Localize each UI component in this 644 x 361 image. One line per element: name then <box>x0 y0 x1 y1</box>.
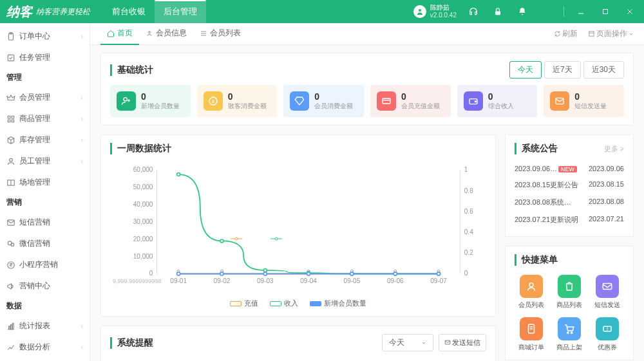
chevron-right-icon: › <box>81 322 83 329</box>
svg-point-78 <box>177 173 180 176</box>
range-7d[interactable]: 近7天 <box>544 61 581 79</box>
range-30d[interactable]: 近30天 <box>583 61 624 79</box>
announcement-item[interactable]: 2023.08.15更新公告2023.08.15 <box>515 176 624 194</box>
svg-rect-29 <box>589 32 594 36</box>
stat-label: 散客消费金额 <box>228 102 267 111</box>
sidebar-item[interactable]: 场地管理 <box>0 172 90 193</box>
stat-value: 0 <box>401 91 440 102</box>
svg-text:09-04: 09-04 <box>300 277 317 284</box>
quick-menu-grid: 会员列表商品列表短信发送商城订单商品上架优惠券 <box>515 272 624 352</box>
stat-card: 0综合收入 <box>457 85 538 117</box>
svg-text:09-06: 09-06 <box>387 277 404 284</box>
svg-point-31 <box>124 98 127 101</box>
sidebar-item[interactable]: 任务管理 <box>0 47 90 68</box>
grid-icon <box>6 115 15 124</box>
box-icon <box>6 136 15 145</box>
quick-item[interactable]: 短信发送 <box>591 275 624 310</box>
sidebar-group: 数据 <box>0 297 90 315</box>
tab-home[interactable]: 首页 <box>100 23 139 45</box>
sys-notice-title: 系统提醒 <box>110 337 153 349</box>
download-icon[interactable] <box>539 4 554 19</box>
ticket-icon <box>596 317 619 340</box>
quick-item[interactable]: 商品上架 <box>553 317 585 352</box>
chevron-right-icon: › <box>81 94 83 101</box>
sidebar-item[interactable]: 小程序营销 <box>0 254 90 275</box>
megaphone-icon <box>6 282 15 291</box>
announcement-item[interactable]: 2023.09.06…NEW2023.09.06 <box>515 161 624 176</box>
main-area: 首页 会员信息 会员列表 刷新 页面操作 <box>90 23 644 361</box>
stat-card: 0新增会员数量 <box>110 85 191 117</box>
main-scroll[interactable]: 基础统计 今天 近7天 近30天 0新增会员数量$0散客消费金额0会员消费金额0… <box>90 45 644 361</box>
refresh-button[interactable]: 刷新 <box>554 28 578 39</box>
page-ops-button[interactable]: 页面操作 <box>588 28 634 39</box>
headset-icon[interactable] <box>466 4 481 19</box>
chevron-down-icon <box>629 32 634 37</box>
bell-icon[interactable] <box>515 4 530 19</box>
sidebar-item[interactable]: 短信营销 <box>0 212 90 233</box>
svg-rect-23 <box>12 323 14 329</box>
svg-rect-9 <box>8 116 10 118</box>
coin-icon: $ <box>204 91 223 111</box>
send-sms-button[interactable]: 发送短信 <box>439 334 486 351</box>
sidebar-item-label: 任务管理 <box>19 52 50 63</box>
sidebar-item[interactable]: 库存管理› <box>0 129 90 151</box>
stat-label: 短信发送量 <box>574 102 607 111</box>
quick-item[interactable]: 商城订单 <box>515 317 547 352</box>
announcement-more[interactable]: 更多 > <box>604 144 624 154</box>
svg-point-97 <box>529 283 533 287</box>
sidebar-group: 系统 <box>0 358 90 361</box>
svg-point-86 <box>220 272 223 275</box>
sidebar-item[interactable]: 员工管理› <box>0 151 90 172</box>
lock-icon[interactable] <box>490 4 506 19</box>
topnav-front[interactable]: 前台收银 <box>103 0 155 23</box>
sys-notice-range-select[interactable]: 今天 <box>382 334 433 351</box>
wechat-icon <box>6 239 15 248</box>
sidebar-item-label: 小程序营销 <box>19 259 58 270</box>
quick-item-label: 优惠券 <box>598 343 617 352</box>
maximize-icon[interactable] <box>598 4 613 19</box>
announcement-item-title: 2023.08.08系统… <box>515 198 571 207</box>
panel-basic-stats: 基础统计 今天 近7天 近30天 0新增会员数量$0散客消费金额0会员消费金额0… <box>100 53 634 125</box>
sidebar-item[interactable]: 统计报表› <box>0 315 90 337</box>
chevron-right-icon: › <box>81 344 83 351</box>
stat-card: 0短信发送量 <box>544 85 624 117</box>
sidebar-item[interactable]: 订单中心› <box>0 26 90 47</box>
user-block[interactable]: 陈静茹 v2.0.0.42 <box>413 4 457 19</box>
range-today[interactable]: 今天 <box>509 61 542 79</box>
week-stats-title: 一周数据统计 <box>110 143 171 154</box>
announcement-item[interactable]: 2023.08.08系统…2023.08.08 <box>515 194 624 211</box>
sidebar-item-label: 数据分析 <box>19 342 50 353</box>
sidebar-item[interactable]: 数据分析› <box>0 337 90 358</box>
close-icon[interactable] <box>622 4 638 19</box>
quick-item[interactable]: 优惠券 <box>591 317 624 352</box>
minimize-icon[interactable] <box>573 4 589 19</box>
svg-point-80 <box>263 269 267 272</box>
svg-text:40,000: 40,000 <box>133 201 153 208</box>
card-icon <box>377 91 396 111</box>
topbar-right: 陈静茹 v2.0.0.42 <box>413 4 638 19</box>
svg-text:0: 0 <box>149 270 153 277</box>
svg-text:50,000: 50,000 <box>133 183 153 190</box>
sidebar-item[interactable]: 营销中心 <box>0 275 90 297</box>
chevron-right-icon: › <box>81 115 83 122</box>
sms-icon <box>444 339 451 346</box>
svg-text:0.8: 0.8 <box>464 187 473 194</box>
quick-item[interactable]: 会员列表 <box>515 275 547 310</box>
sidebar-item[interactable]: 商品管理› <box>0 108 90 129</box>
stat-card: 0会员充值金额 <box>370 85 451 117</box>
topnav-back[interactable]: 后台管理 <box>155 0 206 23</box>
tab-member[interactable]: 会员信息 <box>139 23 193 45</box>
sidebar-item[interactable]: 微信营销 <box>0 233 90 254</box>
stat-label: 会员充值金额 <box>401 102 440 111</box>
quick-item[interactable]: 商品列表 <box>553 275 585 310</box>
announcement-title: 系统公告 <box>515 143 558 154</box>
announcement-item[interactable]: 2023.07.21更新说明2023.07.21 <box>515 211 624 228</box>
tab-member-list[interactable]: 会员列表 <box>193 23 247 45</box>
logo-sub: 纳客营养更轻松 <box>36 6 90 17</box>
quick-item-label: 商品上架 <box>556 343 582 352</box>
sidebar-item[interactable]: 会员管理› <box>0 87 90 108</box>
user-icon <box>6 157 15 166</box>
sub-tab-birthday[interactable]: 生日提醒 <box>110 358 144 361</box>
svg-text:9,999.9999999998: 9,999.9999999998 <box>113 278 161 284</box>
svg-rect-8 <box>8 55 14 60</box>
